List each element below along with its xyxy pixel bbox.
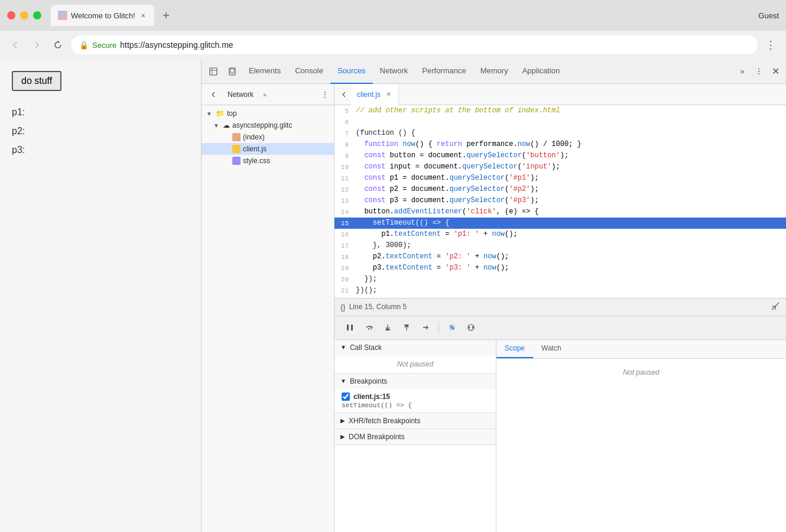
code-line-12: 12 const p2 = document.querySelector('#p… xyxy=(334,184,786,195)
code-line-15: 15 setTimeout(() => { xyxy=(334,218,786,229)
breakpoints-header[interactable]: ▼ Breakpoints xyxy=(334,374,496,389)
code-line-8: 8 function now() { return performance.no… xyxy=(334,139,786,150)
left-bottom-panel: ▼ Call Stack Not paused ▼ Breakpoints xyxy=(334,340,496,533)
tree-item-stylecss[interactable]: style.css xyxy=(202,155,334,167)
tree-item-clientjs[interactable]: client.js xyxy=(202,143,334,155)
file-tree-more-button[interactable]: » xyxy=(261,91,269,98)
code-editor[interactable]: 5 // add other scripts at the bottom of … xyxy=(334,105,786,298)
svg-rect-2 xyxy=(230,69,234,73)
breakpoints-label: Breakpoints xyxy=(350,377,387,385)
call-stack-header[interactable]: ▼ Call Stack xyxy=(334,340,496,355)
xhr-breakpoints-header[interactable]: ▶ XHR/fetch Breakpoints xyxy=(334,413,496,429)
devtools-close-button[interactable]: ✕ xyxy=(767,63,784,80)
maximize-button[interactable] xyxy=(33,11,41,20)
close-button[interactable] xyxy=(7,11,15,20)
css-file-icon xyxy=(232,157,241,165)
minimize-button[interactable] xyxy=(20,11,28,20)
tree-label-clientjs: client.js xyxy=(243,145,267,153)
code-line-7: 7 (function () { xyxy=(334,128,786,139)
do-stuff-button[interactable]: do stuff xyxy=(12,71,61,91)
tree-chevron-top: ▼ xyxy=(206,111,213,117)
browser-menu-button[interactable]: ⋮ xyxy=(762,37,779,53)
breakpoints-chevron: ▼ xyxy=(340,378,346,384)
code-line-17: 17 }, 3000); xyxy=(334,240,786,251)
tree-label-stylecss: style.css xyxy=(243,157,270,165)
breakpoint-code-0: setTimeout(() => { xyxy=(342,402,489,409)
scope-tab[interactable]: Scope xyxy=(496,340,533,358)
pause-resume-button[interactable] xyxy=(342,319,358,336)
call-stack-label: Call Stack xyxy=(350,343,382,352)
code-line-6: 6 xyxy=(334,116,786,128)
lock-icon: 🔒 xyxy=(79,41,89,50)
browser-tab[interactable]: Welcome to Glitch! ✕ xyxy=(51,5,154,26)
pretty-print-button[interactable]: {} xyxy=(340,303,346,312)
file-tree-menu-button[interactable]: ⋮ xyxy=(321,90,329,99)
js-file-icon xyxy=(232,145,241,153)
call-stack-chevron: ▼ xyxy=(340,344,346,351)
step-into-button[interactable] xyxy=(379,319,396,336)
forward-button[interactable] xyxy=(28,37,45,53)
svg-rect-9 xyxy=(385,329,390,330)
bottom-panels: ▼ Call Stack Not paused ▼ Breakpoints xyxy=(334,339,786,533)
scope-watch-tabs: Scope Watch xyxy=(496,340,786,359)
tab-sources[interactable]: Sources xyxy=(330,59,373,84)
tab-network[interactable]: Network xyxy=(373,59,415,84)
tree-item-origin[interactable]: ▼ ☁ asyncstepping.glitc xyxy=(202,119,334,131)
step-out-button[interactable] xyxy=(398,319,415,336)
code-tab-clientjs[interactable]: client.js ✕ xyxy=(351,84,399,105)
pause-exceptions-button[interactable] xyxy=(463,319,479,336)
breakpoint-file-line-0: client.js:15 xyxy=(353,392,390,401)
breakpoints-section: ▼ Breakpoints client.js:15 setTimeout(()… xyxy=(334,374,496,413)
tab-elements[interactable]: Elements xyxy=(242,59,288,84)
code-tab-close-button[interactable]: ✕ xyxy=(384,90,392,99)
file-tree-network-tab[interactable]: Network xyxy=(223,84,258,105)
tab-application[interactable]: Application xyxy=(515,59,567,84)
code-line-14: 14 button.addEventListener('click', (e) … xyxy=(334,206,786,218)
guest-label: Guest xyxy=(758,11,779,20)
deactivate-breakpoints-button[interactable] xyxy=(444,319,460,336)
file-tree-header: Network » ⋮ xyxy=(202,84,334,105)
tab-memory[interactable]: Memory xyxy=(473,59,515,84)
back-button[interactable] xyxy=(7,37,24,53)
inspect-element-button[interactable] xyxy=(204,62,223,81)
new-tab-button[interactable] xyxy=(157,6,176,25)
call-stack-section: ▼ Call Stack Not paused xyxy=(334,340,496,374)
titlebar: Welcome to Glitch! ✕ Guest xyxy=(0,0,786,31)
tree-label-top: top xyxy=(227,109,237,118)
code-nav-back[interactable] xyxy=(337,87,351,102)
cursor-position: Line 15, Column 5 xyxy=(349,303,407,311)
devtools-body: Network » ⋮ ▼ 📁 top ▼ ☁ asyncstepp xyxy=(202,84,786,532)
dom-breakpoints-header[interactable]: ▶ DOM Breakpoints xyxy=(334,429,496,445)
code-line-9: 9 const button = document.querySelector(… xyxy=(334,150,786,161)
main-layout: do stuff p1: p2: p3: Elements Console So… xyxy=(0,59,786,532)
call-stack-not-paused: Not paused xyxy=(334,355,496,373)
address-input-container[interactable]: 🔒 Secure https://asyncstepping.glitch.me xyxy=(71,35,758,54)
browser-page: do stuff p1: p2: p3: xyxy=(0,59,201,532)
device-toolbar-button[interactable] xyxy=(223,62,242,81)
more-tabs-button[interactable]: » xyxy=(734,67,751,76)
p1-label: p1: xyxy=(12,103,189,122)
tab-performance[interactable]: Performance xyxy=(415,59,473,84)
devtools-panel: Elements Console Sources Network Perform… xyxy=(201,59,786,532)
code-line-20: 20 }); xyxy=(334,274,786,285)
step-over-button[interactable] xyxy=(360,319,377,336)
tab-close-button[interactable]: ✕ xyxy=(139,11,147,20)
code-line-11: 11 const p1 = document.querySelector('#p… xyxy=(334,173,786,184)
tree-item-top[interactable]: ▼ 📁 top xyxy=(202,108,334,119)
breakpoint-checkbox-0[interactable] xyxy=(342,392,350,401)
cloud-icon: ☁ xyxy=(223,121,230,129)
file-tree-content: ▼ 📁 top ▼ ☁ asyncstepping.glitc (in xyxy=(202,105,334,532)
file-tree-nav-back[interactable] xyxy=(206,87,220,102)
xhr-chevron: ▶ xyxy=(340,417,345,424)
svg-rect-14 xyxy=(469,327,470,329)
reload-button[interactable] xyxy=(50,37,66,53)
svg-rect-0 xyxy=(210,68,217,75)
svg-point-4 xyxy=(758,69,759,70)
tree-item-index[interactable]: (index) xyxy=(202,131,334,143)
devtools-menu-button[interactable] xyxy=(751,63,767,80)
tree-label-index: (index) xyxy=(243,133,265,141)
step-button[interactable] xyxy=(417,319,434,336)
secure-badge: Secure xyxy=(92,41,116,50)
watch-tab[interactable]: Watch xyxy=(533,340,570,358)
tab-console[interactable]: Console xyxy=(288,59,330,84)
